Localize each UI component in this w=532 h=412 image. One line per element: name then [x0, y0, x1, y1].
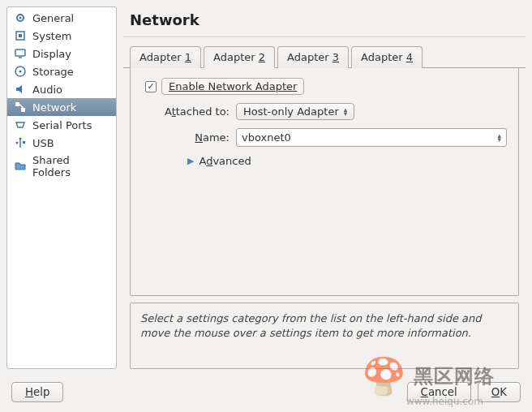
page-title: Network [123, 6, 526, 37]
settings-sidebar: GeneralSystemDisplayStorageAudioNetworkS… [6, 6, 117, 369]
enable-checkbox[interactable]: ✓ [145, 81, 157, 92]
name-select[interactable]: vboxnet0 ▴▾ [236, 128, 507, 147]
svg-rect-8 [15, 102, 19, 106]
sidebar-item-storage[interactable]: Storage [7, 62, 116, 80]
monitor-icon [14, 47, 27, 60]
svg-rect-9 [21, 108, 25, 112]
sidebar-item-label: Audio [32, 84, 62, 96]
svg-point-13 [16, 142, 19, 144]
serial-icon [14, 118, 27, 131]
sidebar-item-label: Serial Ports [32, 119, 92, 131]
triangle-right-icon: ▶ [187, 156, 194, 166]
sidebar-item-audio[interactable]: Audio [7, 80, 116, 98]
sidebar-item-label: Shared Folders [32, 154, 109, 178]
settings-content: Network Adapter 1Adapter 2Adapter 3Adapt… [123, 6, 526, 369]
sidebar-item-shared-folders[interactable]: Shared Folders [7, 152, 116, 181]
name-label: Name: [142, 131, 236, 144]
sidebar-item-general[interactable]: General [7, 9, 116, 27]
adapter-panel: ✓ Enable Network Adapter Attached to: Ho… [130, 68, 519, 296]
chip-icon [14, 29, 27, 42]
gear-icon [14, 11, 27, 24]
sidebar-item-label: System [32, 30, 71, 42]
sidebar-item-display[interactable]: Display [7, 45, 116, 62]
cancel-button[interactable]: Cancel [407, 382, 471, 402]
tab-adapter-4[interactable]: Adapter 4 [351, 46, 423, 68]
sidebar-item-usb[interactable]: USB [7, 134, 116, 152]
sidebar-item-label: Network [32, 101, 76, 114]
disc-icon [14, 65, 27, 78]
info-box: Select a settings category from the list… [130, 303, 519, 369]
svg-line-10 [19, 105, 24, 109]
dialog-buttons: Help Cancel OK [0, 376, 532, 412]
attached-to-select[interactable]: Host-only Adapter ▴▾ [236, 103, 354, 120]
svg-rect-4 [15, 49, 25, 56]
svg-point-12 [19, 138, 22, 140]
enable-label[interactable]: Enable Network Adapter [161, 78, 304, 95]
sidebar-item-label: USB [32, 137, 54, 149]
help-button[interactable]: Help [11, 382, 63, 402]
usb-icon [14, 136, 27, 149]
sidebar-item-serial-ports[interactable]: Serial Ports [7, 116, 116, 134]
tab-adapter-1[interactable]: Adapter 1 [130, 46, 201, 68]
speaker-icon [14, 83, 27, 96]
svg-point-7 [19, 71, 22, 73]
tab-adapter-3[interactable]: Adapter 3 [277, 46, 349, 68]
sidebar-item-label: Display [32, 48, 71, 60]
sidebar-item-label: General [32, 12, 74, 24]
svg-rect-14 [23, 141, 25, 144]
tab-adapter-2[interactable]: Adapter 2 [204, 46, 275, 68]
sidebar-item-system[interactable]: System [7, 27, 116, 45]
adapter-tabs: Adapter 1Adapter 2Adapter 3Adapter 4 [123, 45, 526, 68]
network-icon [14, 101, 27, 114]
sidebar-item-network[interactable]: Network [7, 98, 116, 116]
chevron-updown-icon: ▴▾ [344, 108, 348, 116]
sidebar-item-label: Storage [32, 66, 74, 78]
chevron-updown-icon: ▴▾ [497, 134, 501, 142]
folder-icon [14, 160, 27, 173]
advanced-toggle[interactable]: ▶ Advanced [187, 155, 507, 167]
svg-rect-3 [19, 34, 22, 37]
svg-point-1 [19, 17, 22, 19]
ok-button[interactable]: OK [478, 382, 521, 402]
attached-to-label: Attached to: [142, 105, 236, 118]
